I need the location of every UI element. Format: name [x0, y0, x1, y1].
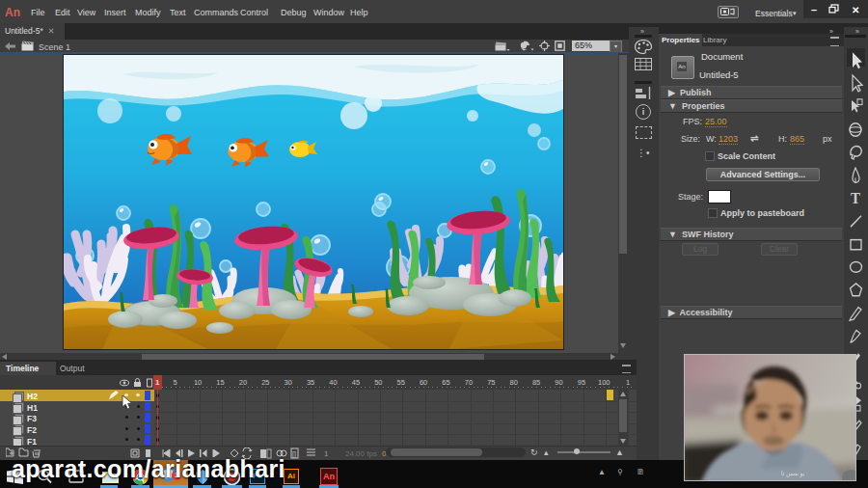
svg-text:بو سس تا: بو سس تا: [781, 471, 805, 477]
svg-text:24.00 fps: 24.00 fps: [345, 449, 377, 458]
svg-text:[]: []: [292, 450, 296, 458]
svg-text:T: T: [851, 190, 860, 207]
svg-text:1: 1: [324, 449, 329, 458]
